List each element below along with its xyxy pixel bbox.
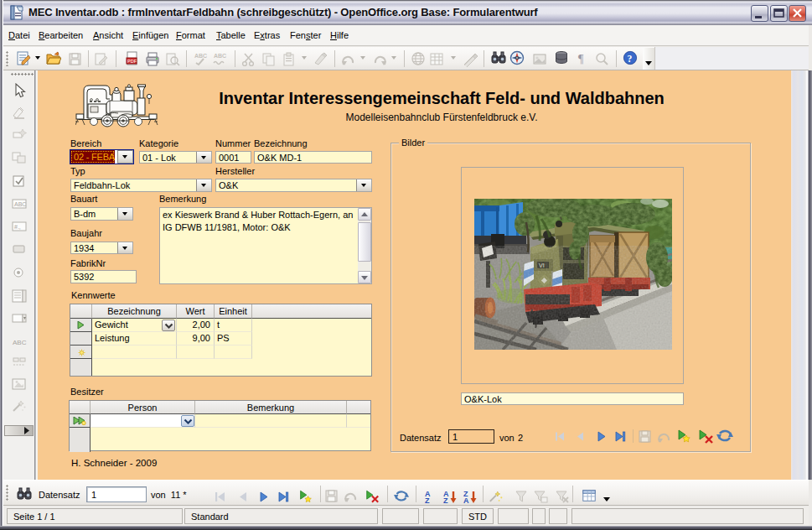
svg-text:¶: ¶ bbox=[578, 53, 584, 65]
svg-text:#.,: #., bbox=[14, 224, 21, 230]
svg-text:PDF: PDF bbox=[127, 59, 137, 64]
svg-text:ABC: ABC bbox=[14, 201, 26, 207]
svg-text:?: ? bbox=[627, 54, 632, 65]
svg-text:Z: Z bbox=[443, 496, 448, 504]
svg-text:ABC: ABC bbox=[13, 339, 27, 346]
svg-text:A: A bbox=[463, 496, 469, 504]
svg-text:ABC: ABC bbox=[214, 53, 226, 59]
svg-text:Z: Z bbox=[425, 496, 430, 504]
svg-text:ABC: ABC bbox=[194, 53, 207, 59]
